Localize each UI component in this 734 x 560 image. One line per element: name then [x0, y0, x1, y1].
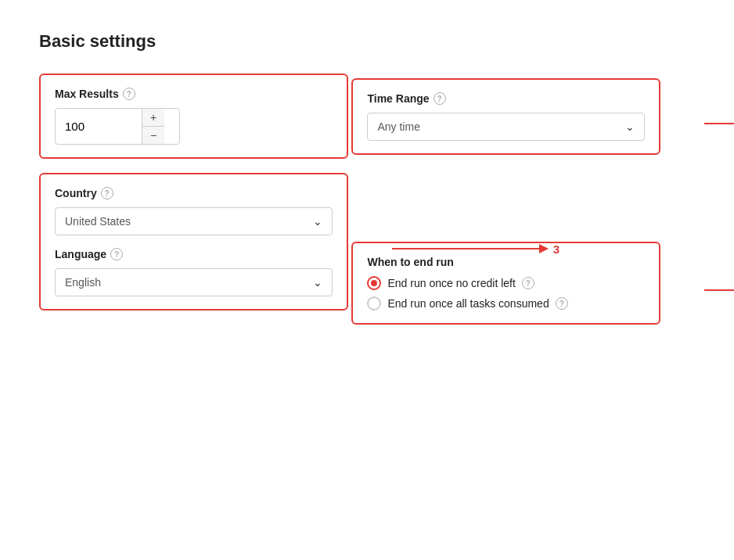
when-to-end-card: When to end run End run once no credit l…: [351, 242, 660, 325]
radio-no-credit-label: End run once no credit left: [387, 277, 515, 289]
language-value: English: [65, 276, 101, 289]
radio-all-tasks-help-icon[interactable]: ?: [556, 297, 568, 310]
country-language-card: Country ? United States ⌄ Language ? Eng…: [39, 173, 348, 311]
language-chevron-icon: ⌄: [313, 276, 322, 289]
radio-all-tasks-btn: [367, 296, 381, 311]
max-results-card: Max Results ? + −: [39, 74, 348, 159]
max-results-label: Max Results ?: [55, 88, 333, 100]
time-range-label: Time Range ?: [367, 92, 645, 105]
increment-button[interactable]: +: [142, 109, 164, 127]
country-label: Country ?: [55, 187, 333, 199]
page-title: Basic settings: [39, 31, 695, 52]
time-range-dropdown[interactable]: Any time ⌄: [367, 113, 645, 141]
max-results-input-row: + −: [55, 108, 180, 145]
time-range-card: Time Range ? Any time ⌄: [351, 78, 660, 155]
radio-no-credit-help-icon[interactable]: ?: [522, 277, 534, 289]
max-results-help-icon[interactable]: ?: [123, 88, 135, 100]
radio-no-credit[interactable]: End run once no credit left ?: [367, 276, 645, 290]
time-range-chevron-icon: ⌄: [625, 120, 635, 133]
radio-all-tasks[interactable]: End run once all tasks consumed ?: [367, 296, 645, 311]
time-range-value: Any time: [377, 120, 419, 133]
radio-no-credit-btn: [367, 276, 381, 290]
annotation-4: 4: [704, 281, 734, 300]
language-dropdown[interactable]: English ⌄: [55, 268, 333, 296]
arrow-2-line: [704, 114, 734, 133]
stepper-buttons: + −: [142, 109, 164, 144]
time-range-help-icon[interactable]: ?: [434, 92, 446, 105]
country-help-icon[interactable]: ?: [101, 187, 113, 199]
country-chevron-icon: ⌄: [313, 215, 322, 228]
annotation-2: 2: [704, 114, 734, 133]
language-label: Language ?: [55, 248, 333, 260]
language-help-icon[interactable]: ?: [110, 248, 123, 260]
radio-all-tasks-label: End run once all tasks consumed: [387, 297, 549, 310]
country-dropdown[interactable]: United States ⌄: [55, 207, 333, 235]
when-to-end-label: When to end run: [367, 256, 645, 268]
decrement-button[interactable]: −: [142, 127, 164, 144]
radio-group: End run once no credit left ? End run on…: [367, 276, 645, 311]
country-value: United States: [65, 215, 131, 228]
arrow-4-line: [704, 281, 734, 300]
max-results-input[interactable]: [56, 113, 142, 139]
